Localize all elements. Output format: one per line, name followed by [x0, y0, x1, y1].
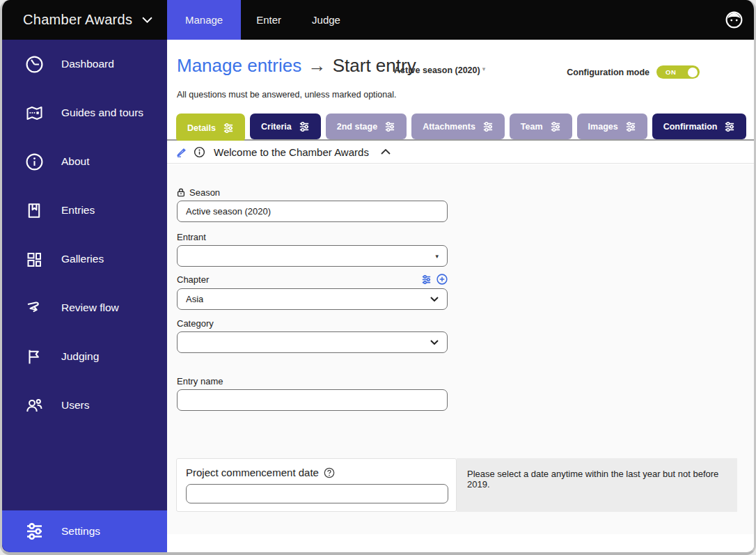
main-panel: Manage entries → Start entry Active seas…	[167, 40, 754, 552]
sidebar: Dashboard Guides and tours About Entries…	[2, 40, 167, 552]
instructions-note: All questions must be answered, unless m…	[177, 90, 396, 100]
question-circle-icon[interactable]	[324, 467, 335, 478]
season-selector-value: Active season (2020)	[394, 65, 480, 75]
season-input[interactable]: Active season (2020)	[177, 201, 448, 222]
brand-title: Chamber Awards	[23, 12, 132, 28]
lock-icon	[177, 188, 185, 197]
pencil-icon[interactable]	[177, 147, 187, 157]
sidebar-item-settings[interactable]: Settings	[2, 510, 167, 552]
sidebar-item-label: Dashboard	[61, 58, 114, 70]
sidebar-item-about[interactable]: About	[2, 137, 167, 186]
flow-arrow-icon	[25, 299, 44, 318]
toggle-knob	[688, 68, 698, 77]
project-date-label: Project commencement date	[186, 467, 335, 478]
top-tab-judge[interactable]: Judge	[297, 0, 356, 40]
app-window: Chamber Awards Manage Enter Judge Dashbo…	[0, 0, 756, 555]
sidebar-item-entries[interactable]: Entries	[2, 186, 167, 235]
entry-name-input[interactable]	[177, 389, 448, 411]
sliders-icon[interactable]	[625, 122, 636, 132]
sidebar-item-label: Guides and tours	[61, 107, 143, 119]
tab-label: Attachments	[423, 122, 475, 132]
sidebar-item-label: Settings	[61, 525, 100, 538]
welcome-section-title: Welcome to the Chamber Awards	[214, 146, 369, 158]
info-circle-icon	[25, 153, 44, 171]
project-date-help-text: Please select a date anytime within the …	[467, 469, 718, 490]
tab-criteria[interactable]: Criteria	[250, 114, 321, 139]
sidebar-item-label: Judging	[61, 350, 99, 363]
tab-attachments[interactable]: Attachments	[411, 114, 505, 139]
chapter-select[interactable]: Asia	[177, 288, 448, 310]
project-date-card: Project commencement date	[176, 458, 457, 512]
info-circle-icon	[194, 146, 205, 158]
sliders-icon[interactable]	[482, 122, 494, 132]
grid-icon	[25, 250, 44, 269]
toggle-state-label: ON	[666, 68, 676, 76]
map-icon	[25, 104, 44, 123]
sliders-icon[interactable]	[724, 122, 735, 132]
top-tab-label: Judge	[312, 14, 340, 26]
season-selector[interactable]: Active season (2020)▾	[394, 65, 485, 75]
field-label-text: Entrant	[177, 232, 206, 242]
sidebar-item-label: Users	[61, 399, 89, 412]
tab-label: Images	[588, 122, 618, 132]
chevron-down-icon	[430, 297, 439, 302]
category-select[interactable]	[177, 331, 448, 353]
configuration-mode-control: Configuration mode ON	[567, 65, 700, 79]
section-tabs: Details Criteria 2nd stage Attachments T…	[176, 114, 756, 142]
season-input-value: Active season (2020)	[186, 206, 271, 217]
project-date-input[interactable]	[186, 484, 448, 503]
caret-down-icon: ▾	[482, 65, 486, 72]
tab-details[interactable]: Details	[176, 114, 245, 142]
page-title: Manage entries → Start entry	[177, 55, 416, 77]
chapter-selected-value: Asia	[186, 294, 203, 304]
sidebar-item-label: Galleries	[61, 253, 104, 265]
sidebar-item-label: About	[61, 155, 90, 168]
top-tab-manage[interactable]: Manage	[167, 0, 241, 40]
users-icon	[25, 396, 44, 415]
sliders-icon[interactable]	[384, 122, 395, 132]
field-label-text: Season	[189, 187, 220, 198]
top-tab-label: Manage	[185, 14, 223, 26]
face-avatar-icon	[725, 10, 743, 29]
welcome-section-header[interactable]: Welcome to the Chamber Awards	[167, 141, 754, 164]
tab-team[interactable]: Team	[510, 114, 572, 139]
book-bookmark-icon	[25, 201, 44, 220]
circle-plus-icon[interactable]	[436, 274, 448, 285]
sliders-icon[interactable]	[299, 122, 310, 132]
sidebar-item-review-flow[interactable]: Review flow	[2, 283, 167, 332]
sliders-icon[interactable]	[550, 122, 561, 132]
sidebar-item-judging[interactable]: Judging	[2, 332, 167, 381]
sliders-icon[interactable]	[223, 123, 234, 133]
top-bar: Chamber Awards Manage Enter Judge	[2, 0, 754, 40]
sliders-icon[interactable]	[421, 275, 432, 284]
account-menu-button[interactable]	[725, 0, 754, 40]
tab-label: Team	[521, 122, 543, 132]
chapter-field-header: Chapter	[177, 274, 448, 285]
sidebar-item-guides-and-tours[interactable]: Guides and tours	[2, 88, 167, 137]
sidebar-item-dashboard[interactable]: Dashboard	[2, 40, 167, 88]
caret-down-icon: ▾	[435, 253, 439, 260]
sidebar-item-galleries[interactable]: Galleries	[2, 235, 167, 283]
tab-label: Details	[187, 123, 216, 133]
season-field-label: Season	[177, 187, 220, 198]
entrant-field-label: Entrant	[177, 232, 206, 242]
field-label-text: Entry name	[177, 376, 223, 386]
sidebar-item-label: Review flow	[61, 302, 119, 314]
tab-2nd-stage[interactable]: 2nd stage	[326, 114, 407, 139]
chevron-up-icon[interactable]	[381, 149, 391, 155]
tab-label: Criteria	[261, 122, 292, 132]
chevron-down-icon	[142, 17, 152, 23]
top-tab-label: Enter	[256, 14, 281, 26]
entry-name-field-label: Entry name	[177, 376, 223, 386]
field-label-text: Project commencement date	[186, 467, 319, 478]
flag-icon	[25, 347, 44, 366]
entrant-combobox[interactable]: ▾	[177, 245, 448, 267]
breadcrumb-manage-entries-link[interactable]: Manage entries	[177, 55, 301, 76]
sidebar-item-users[interactable]: Users	[2, 381, 167, 430]
tab-images[interactable]: Images	[577, 114, 647, 139]
configuration-mode-toggle[interactable]: ON	[656, 65, 700, 79]
brand-menu[interactable]: Chamber Awards	[2, 0, 167, 40]
tab-confirmation[interactable]: Confirmation	[652, 114, 747, 139]
chevron-down-icon	[430, 340, 439, 345]
top-tab-enter[interactable]: Enter	[241, 0, 297, 40]
